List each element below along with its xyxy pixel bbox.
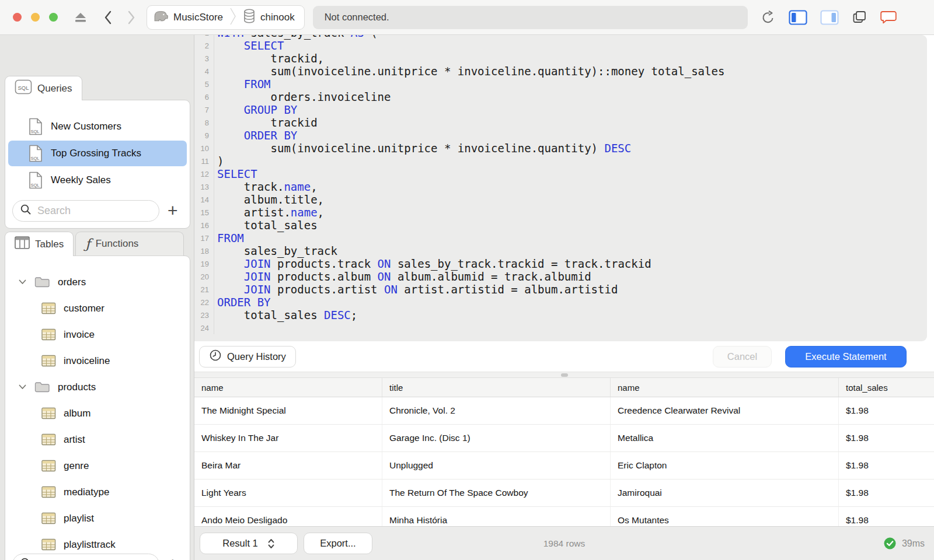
forward-icon[interactable]	[127, 10, 136, 25]
table-cell[interactable]: Unplugged	[382, 452, 611, 479]
database-icon[interactable]	[243, 8, 256, 26]
refresh-icon[interactable]	[761, 10, 776, 25]
tree-table[interactable]: invoiceline	[5, 348, 190, 374]
table-cell[interactable]: Jamiroquai	[611, 480, 839, 506]
table-cell[interactable]: The Return Of The Space Cowboy	[382, 480, 611, 506]
tree-table[interactable]: genre	[5, 453, 190, 479]
export-button[interactable]: Export...	[304, 533, 372, 554]
tree-table[interactable]: invoice	[5, 321, 190, 348]
chat-icon[interactable]	[880, 9, 898, 25]
clock-icon	[209, 349, 222, 364]
table-cell[interactable]: Whiskey In The Jar	[194, 425, 382, 452]
table-row[interactable]: Beira MarUnpluggedEric Clapton$1.98	[194, 452, 934, 480]
table-cell[interactable]: $1.98	[839, 452, 934, 479]
sql-badge-icon: SQL	[15, 79, 32, 97]
code-text: SELECT	[214, 39, 284, 52]
table-cell[interactable]: The Midnight Special	[194, 397, 382, 424]
queries-search-row: +	[5, 199, 190, 222]
tree-item-label: orders	[58, 276, 86, 288]
splitter-handle[interactable]	[561, 373, 568, 377]
app-window: MusicStore chinook Not connected.	[0, 0, 934, 560]
table-cell[interactable]: Ando Meio Desligado	[194, 507, 382, 526]
table-grid-icon	[41, 328, 56, 341]
toggle-right-sidebar-icon[interactable]	[820, 10, 839, 25]
eject-icon[interactable]	[73, 12, 88, 23]
windows-icon[interactable]	[852, 10, 867, 24]
table-cell[interactable]: $1.98	[839, 397, 934, 424]
table-row[interactable]: Whiskey In The JarGarage Inc. (Disc 1)Me…	[194, 425, 934, 452]
table-cell[interactable]: Eric Clapton	[611, 452, 839, 479]
sidebar: SQL Queries SQLNew CustomersSQLTop Gross…	[0, 35, 194, 560]
server-elephant-icon[interactable]	[153, 9, 169, 25]
breadcrumb-separator-icon	[229, 6, 237, 29]
toolbar: MusicStore chinook Not connected.	[0, 0, 934, 35]
cancel-button[interactable]: Cancel	[713, 346, 772, 368]
code-text: JOIN products.track ON sales_by_track.tr…	[214, 257, 651, 270]
table-cell[interactable]: Os Mutantes	[611, 507, 839, 526]
tree-table[interactable]: playlist	[5, 505, 190, 531]
code-text: FROM	[214, 232, 244, 244]
column-header-artist-name[interactable]: name	[611, 378, 839, 397]
tables-search-input[interactable]	[36, 558, 144, 560]
breadcrumb-database[interactable]: chinook	[260, 12, 295, 23]
line-number: 15	[194, 208, 214, 217]
tree-table[interactable]: artist	[5, 426, 190, 453]
add-query-button[interactable]: +	[168, 205, 178, 216]
table-cell[interactable]: Creedence Clearwater Revival	[611, 397, 839, 424]
table-row[interactable]: The Midnight SpecialChronicle, Vol. 2Cre…	[194, 397, 934, 425]
disclosure-chevron-icon[interactable]	[18, 279, 27, 285]
tree-folder[interactable]: orders	[5, 269, 190, 295]
queries-panel: SQLNew CustomersSQLTop Grossing TracksSQ…	[5, 100, 190, 229]
zoom-window-icon[interactable]	[49, 13, 58, 22]
code-line: 12SELECT	[194, 167, 927, 180]
queries-search-input[interactable]	[36, 204, 144, 218]
tree-folder[interactable]: products	[5, 374, 190, 400]
execute-statement-button[interactable]: Execute Statement	[785, 346, 907, 368]
tab-tables[interactable]: Tables	[5, 232, 74, 256]
disclosure-chevron-icon[interactable]	[18, 384, 27, 390]
tree-item-label: invoiceline	[64, 355, 110, 367]
column-header-name[interactable]: name	[194, 378, 382, 397]
code-line: 11)	[194, 155, 927, 167]
connection-status[interactable]: Not connected.	[313, 6, 748, 29]
query-history-button[interactable]: Query History	[199, 346, 296, 368]
code-line: 14 album.title,	[194, 193, 927, 206]
query-item[interactable]: SQLTop Grossing Tracks	[5, 140, 190, 167]
sql-editor[interactable]: 1WITH sales_by_track AS (2 SELECT3 track…	[194, 35, 927, 341]
table-cell[interactable]: Beira Mar	[194, 452, 382, 479]
query-item[interactable]: SQLWeekly Sales	[5, 167, 190, 194]
back-icon[interactable]	[103, 10, 113, 25]
tab-functions[interactable]: ƒ Functions	[75, 232, 184, 256]
toggle-left-sidebar-icon[interactable]	[789, 10, 807, 25]
table-row[interactable]: Ando Meio DesligadoMinha HistóriaOs Muta…	[194, 507, 934, 526]
tab-queries[interactable]: SQL Queries	[5, 76, 82, 100]
line-number: 12	[194, 170, 214, 178]
tree-table[interactable]: album	[5, 400, 190, 426]
column-header-title[interactable]: title	[382, 378, 611, 397]
result-select[interactable]: Result 1	[200, 533, 298, 554]
line-number: 3	[194, 54, 214, 63]
close-window-icon[interactable]	[13, 13, 22, 22]
table-row[interactable]: Light YearsThe Return Of The Space Cowbo…	[194, 480, 934, 507]
pane-splitter[interactable]	[194, 372, 934, 378]
table-cell[interactable]: $1.98	[839, 480, 934, 506]
code-line: 3 trackid,	[194, 52, 927, 65]
tree-table[interactable]: customer	[5, 295, 190, 321]
table-cell[interactable]: Light Years	[194, 480, 382, 506]
query-item[interactable]: SQLNew Customers	[5, 113, 190, 140]
tree-table[interactable]: mediatype	[5, 479, 190, 505]
code-line: 17FROM	[194, 232, 927, 244]
breadcrumb-server[interactable]: MusicStore	[173, 12, 223, 23]
table-cell[interactable]: Minha História	[382, 507, 611, 526]
minimize-window-icon[interactable]	[31, 13, 40, 22]
table-cell[interactable]: Metallica	[611, 425, 839, 452]
results-header: name title name total_sales	[194, 378, 934, 397]
table-cell[interactable]: $1.98	[839, 425, 934, 452]
table-cell[interactable]: Chronicle, Vol. 2	[382, 397, 611, 424]
column-header-total-sales[interactable]: total_sales	[839, 378, 934, 397]
queries-search-field[interactable]	[12, 200, 159, 222]
table-cell[interactable]: Garage Inc. (Disc 1)	[382, 425, 611, 452]
code-text: SELECT	[214, 167, 257, 180]
tables-search-field[interactable]	[12, 554, 159, 560]
table-cell[interactable]: $1.98	[839, 507, 934, 526]
